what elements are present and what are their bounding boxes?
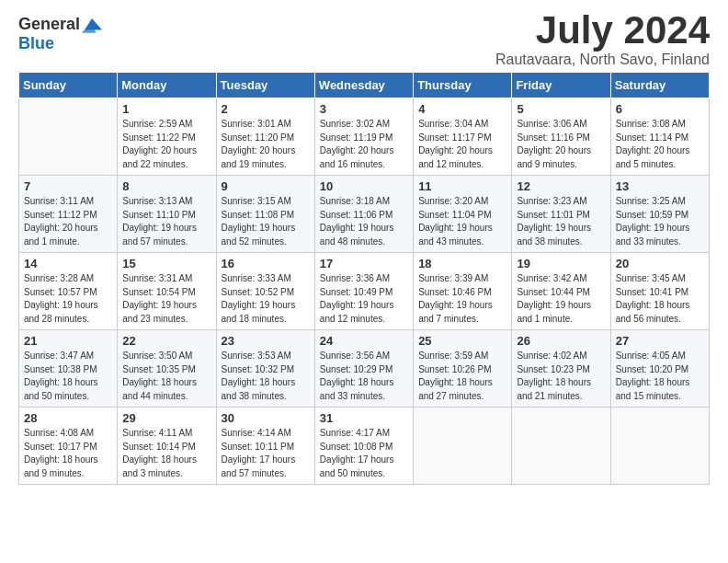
day-info: Sunrise: 3:50 AM Sunset: 10:35 PM Daylig… [122,350,210,403]
day-of-week-header: Thursday [414,73,512,98]
day-number: 29 [122,411,210,425]
day-info: Sunrise: 3:25 AM Sunset: 10:59 PM Daylig… [616,195,704,248]
calendar-cell: 8Sunrise: 3:13 AM Sunset: 11:10 PM Dayli… [118,176,216,253]
day-info: Sunrise: 3:45 AM Sunset: 10:41 PM Daylig… [616,272,704,326]
day-info: Sunrise: 3:56 AM Sunset: 10:29 PM Daylig… [320,350,408,403]
calendar-cell: 10Sunrise: 3:18 AM Sunset: 11:06 PM Dayl… [314,176,413,253]
day-info: Sunrise: 3:15 AM Sunset: 11:08 PM Daylig… [222,195,310,248]
day-number: 23 [222,334,310,348]
day-info: Sunrise: 3:42 AM Sunset: 10:44 PM Daylig… [517,272,605,326]
calendar-cell: 3Sunrise: 3:02 AM Sunset: 11:19 PM Dayli… [314,98,413,176]
day-number: 26 [517,334,605,348]
calendar-cell: 12Sunrise: 3:23 AM Sunset: 11:01 PM Dayl… [512,176,610,253]
day-number: 9 [222,179,310,193]
day-number: 31 [320,411,408,425]
calendar-cell [19,98,118,176]
day-info: Sunrise: 3:47 AM Sunset: 10:38 PM Daylig… [24,350,112,403]
calendar-cell: 22Sunrise: 3:50 AM Sunset: 10:35 PM Dayl… [118,330,216,408]
month-title: July 2024 [495,9,710,52]
day-number: 15 [122,257,210,270]
calendar-cell: 5Sunrise: 3:06 AM Sunset: 11:16 PM Dayli… [512,98,610,176]
day-number: 2 [222,102,310,116]
day-info: Sunrise: 4:05 AM Sunset: 10:20 PM Daylig… [616,350,704,403]
day-info: Sunrise: 4:11 AM Sunset: 10:14 PM Daylig… [122,427,210,480]
calendar-cell: 31Sunrise: 4:17 AM Sunset: 10:08 PM Dayl… [314,408,413,485]
day-of-week-header: Saturday [610,73,709,98]
calendar-cell: 14Sunrise: 3:28 AM Sunset: 10:57 PM Dayl… [19,253,118,330]
day-info: Sunrise: 3:08 AM Sunset: 11:14 PM Daylig… [616,118,704,171]
day-number: 1 [122,102,210,116]
calendar-week-row: 21Sunrise: 3:47 AM Sunset: 10:38 PM Dayl… [19,330,710,408]
calendar-cell: 30Sunrise: 4:14 AM Sunset: 10:11 PM Dayl… [216,408,314,485]
calendar-cell: 24Sunrise: 3:56 AM Sunset: 10:29 PM Dayl… [314,330,413,408]
day-info: Sunrise: 3:13 AM Sunset: 11:10 PM Daylig… [122,195,210,248]
calendar-header-row: SundayMondayTuesdayWednesdayThursdayFrid… [19,73,710,98]
calendar-cell: 29Sunrise: 4:11 AM Sunset: 10:14 PM Dayl… [118,408,216,485]
logo: General Blue [18,15,102,53]
calendar-cell: 20Sunrise: 3:45 AM Sunset: 10:41 PM Dayl… [610,253,709,330]
day-number: 17 [320,257,408,270]
day-number: 11 [418,179,506,193]
day-number: 5 [517,102,605,116]
calendar-cell: 11Sunrise: 3:20 AM Sunset: 11:04 PM Dayl… [414,176,512,253]
calendar-cell [610,408,709,485]
day-info: Sunrise: 2:59 AM Sunset: 11:22 PM Daylig… [122,118,210,171]
day-number: 8 [122,179,210,193]
day-number: 24 [320,334,408,348]
day-number: 30 [222,411,310,425]
day-info: Sunrise: 3:31 AM Sunset: 10:54 PM Daylig… [122,272,210,326]
calendar-week-row: 1Sunrise: 2:59 AM Sunset: 11:22 PM Dayli… [19,98,710,176]
day-info: Sunrise: 3:04 AM Sunset: 11:17 PM Daylig… [418,118,506,171]
calendar-week-row: 14Sunrise: 3:28 AM Sunset: 10:57 PM Dayl… [19,253,710,330]
day-info: Sunrise: 3:28 AM Sunset: 10:57 PM Daylig… [24,272,112,326]
day-number: 10 [320,179,408,193]
calendar-cell: 4Sunrise: 3:04 AM Sunset: 11:17 PM Dayli… [414,98,512,176]
calendar-cell [414,408,512,485]
logo-blue-text: Blue [18,34,54,52]
day-number: 19 [517,257,605,270]
day-info: Sunrise: 3:06 AM Sunset: 11:16 PM Daylig… [517,118,605,171]
calendar-cell [512,408,610,485]
calendar-cell: 13Sunrise: 3:25 AM Sunset: 10:59 PM Dayl… [610,176,709,253]
calendar-cell: 19Sunrise: 3:42 AM Sunset: 10:44 PM Dayl… [512,253,610,330]
logo-icon [82,17,102,33]
day-info: Sunrise: 3:18 AM Sunset: 11:06 PM Daylig… [320,195,408,248]
day-number: 4 [418,102,506,116]
calendar-week-row: 28Sunrise: 4:08 AM Sunset: 10:17 PM Dayl… [19,408,710,485]
day-info: Sunrise: 4:14 AM Sunset: 10:11 PM Daylig… [222,427,310,480]
calendar-cell: 27Sunrise: 4:05 AM Sunset: 10:20 PM Dayl… [610,330,709,408]
calendar-cell: 26Sunrise: 4:02 AM Sunset: 10:23 PM Dayl… [512,330,610,408]
calendar-cell: 2Sunrise: 3:01 AM Sunset: 11:20 PM Dayli… [216,98,314,176]
calendar-table: SundayMondayTuesdayWednesdayThursdayFrid… [18,72,710,485]
day-number: 22 [122,334,210,348]
location: Rautavaara, North Savo, Finland [495,52,710,68]
day-number: 21 [24,334,112,348]
day-info: Sunrise: 3:23 AM Sunset: 11:01 PM Daylig… [517,195,605,248]
calendar-cell: 18Sunrise: 3:39 AM Sunset: 10:46 PM Dayl… [414,253,512,330]
day-number: 12 [517,179,605,193]
title-block: July 2024 Rautavaara, North Savo, Finlan… [495,9,710,68]
day-of-week-header: Friday [512,73,610,98]
calendar-cell: 23Sunrise: 3:53 AM Sunset: 10:32 PM Dayl… [216,330,314,408]
calendar-cell: 15Sunrise: 3:31 AM Sunset: 10:54 PM Dayl… [118,253,216,330]
calendar-cell: 1Sunrise: 2:59 AM Sunset: 11:22 PM Dayli… [118,98,216,176]
day-of-week-header: Sunday [19,73,118,98]
calendar-cell: 25Sunrise: 3:59 AM Sunset: 10:26 PM Dayl… [414,330,512,408]
day-info: Sunrise: 4:17 AM Sunset: 10:08 PM Daylig… [320,427,408,480]
calendar-cell: 28Sunrise: 4:08 AM Sunset: 10:17 PM Dayl… [19,408,118,485]
day-info: Sunrise: 3:01 AM Sunset: 11:20 PM Daylig… [222,118,310,171]
day-of-week-header: Wednesday [314,73,413,98]
day-number: 3 [320,102,408,116]
logo-general-text: General [18,15,80,34]
day-number: 14 [24,257,112,270]
calendar-cell: 6Sunrise: 3:08 AM Sunset: 11:14 PM Dayli… [610,98,709,176]
day-info: Sunrise: 3:11 AM Sunset: 11:12 PM Daylig… [24,195,112,248]
calendar-week-row: 7Sunrise: 3:11 AM Sunset: 11:12 PM Dayli… [19,176,710,253]
day-number: 7 [24,179,112,193]
day-number: 27 [616,334,704,348]
day-number: 16 [222,257,310,270]
day-info: Sunrise: 3:20 AM Sunset: 11:04 PM Daylig… [418,195,506,248]
day-number: 25 [418,334,506,348]
day-number: 28 [24,411,112,425]
day-info: Sunrise: 4:02 AM Sunset: 10:23 PM Daylig… [517,350,605,403]
